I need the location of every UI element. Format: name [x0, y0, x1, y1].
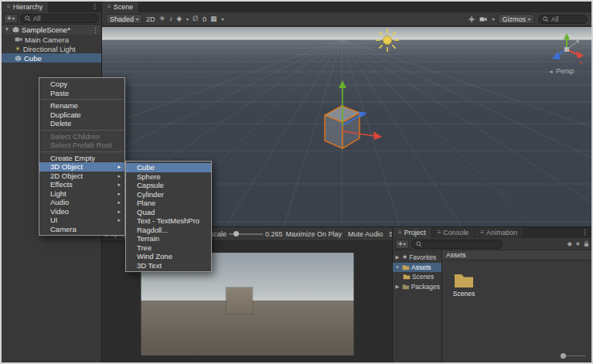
hierarchy-search-input[interactable]: All: [20, 14, 99, 23]
slider-thumb[interactable]: [233, 231, 239, 236]
lock-icon[interactable]: [584, 240, 589, 247]
menu-item-rename[interactable]: Rename: [39, 101, 124, 111]
menu-item-2d-object[interactable]: 2D Object▸: [39, 172, 124, 181]
menu-item-camera[interactable]: Camera: [39, 225, 124, 234]
hierarchy-context-menu: Copy Paste Rename Duplicate Delete Selec…: [39, 77, 125, 236]
create-button[interactable]: +▾: [4, 14, 18, 23]
tree-item-favorites[interactable]: ▶ ★ Favorites: [393, 253, 441, 263]
hierarchy-item-cube[interactable]: Cube: [2, 53, 101, 63]
submenu-item-quad[interactable]: Quad: [126, 208, 211, 217]
directional-light-gizmo-icon[interactable]: [374, 27, 400, 53]
tree-item-assets[interactable]: ▼ Assets: [393, 263, 441, 273]
menu-item-select-prefab-root: Select Prefab Root: [39, 141, 124, 150]
tab-scene[interactable]: ≡ Scene: [102, 2, 139, 12]
menu-item-ui[interactable]: UI▸: [39, 216, 124, 225]
menu-item-paste[interactable]: Paste: [39, 89, 124, 98]
selected-cube-object[interactable]: [307, 79, 392, 152]
menu-item-light[interactable]: Light▸: [39, 189, 124, 199]
asset-tile-scenes[interactable]: Scenes: [446, 272, 482, 298]
item-label: Directional Light: [23, 45, 76, 53]
hierarchy-scene-row[interactable]: ▼ SampleScene* ⋮: [2, 25, 101, 35]
submenu-item-wind-zone[interactable]: Wind Zone: [126, 252, 211, 261]
menu-item-3d-object[interactable]: 3D Object▸: [39, 162, 124, 172]
submenu-item-plane[interactable]: Plane: [126, 199, 211, 208]
project-folder-tree: ▶ ★ Favorites ▼ Assets Scenes ▶ Packages: [393, 250, 442, 363]
menu-item-label: Cylinder: [137, 190, 164, 199]
scene-orientation-gizmo[interactable]: x: [545, 31, 585, 66]
caret-down-icon[interactable]: ▾: [186, 16, 189, 22]
foldout-open-icon[interactable]: ▼: [394, 265, 400, 270]
caret-down-icon[interactable]: ▾: [221, 16, 223, 22]
menu-item-label: Effects: [50, 180, 73, 189]
scale-slider[interactable]: [229, 231, 263, 237]
scene-options-icon[interactable]: ⋮: [92, 26, 99, 34]
menu-item-audio[interactable]: Audio▸: [39, 198, 124, 207]
hierarchy-item-main-camera[interactable]: Main Camera: [2, 35, 101, 44]
search-by-type-icon[interactable]: ◆: [567, 240, 572, 247]
scene-lighting-toggle-icon[interactable]: ☀: [159, 15, 165, 22]
icon-size-slider[interactable]: [561, 352, 585, 359]
slider-thumb[interactable]: [561, 353, 566, 359]
mute-audio-button[interactable]: Mute Audio: [348, 230, 383, 238]
camera-settings-icon[interactable]: [479, 16, 487, 22]
submenu-item-ragdoll[interactable]: Ragdoll...: [126, 226, 211, 235]
menu-item-copy[interactable]: Copy: [39, 80, 124, 89]
submenu-item-capsule[interactable]: Capsule: [126, 181, 211, 190]
effects-dropdown-icon[interactable]: ◈: [176, 15, 182, 22]
gizmos-dropdown[interactable]: Gizmos ▾: [498, 14, 534, 24]
tab-animation[interactable]: ≡ Animation: [475, 227, 523, 238]
menu-item-delete[interactable]: Delete: [39, 119, 124, 128]
project-toolbar: +▾ ◆ ★: [393, 238, 591, 250]
2d-toggle[interactable]: 2D: [146, 15, 155, 23]
grid-settings-icon[interactable]: ▦: [210, 15, 217, 22]
menu-item-effects[interactable]: Effects▸: [39, 180, 124, 189]
caret-down-icon[interactable]: ▾: [492, 16, 494, 22]
hierarchy-item-directional-light[interactable]: ☀ Directional Light: [2, 44, 101, 53]
search-scope-label: All: [33, 15, 40, 22]
tab-console[interactable]: ≡ Console: [432, 227, 475, 238]
tree-item-packages[interactable]: ▶ Packages: [393, 282, 441, 292]
caret-down-icon: ▾: [136, 16, 138, 22]
folder-icon: [402, 284, 410, 290]
submenu-item-cube[interactable]: Cube: [126, 163, 211, 172]
hidden-objects-icon[interactable]: ∅: [193, 15, 199, 22]
foldout-closed-icon[interactable]: ▶: [394, 284, 400, 290]
folder-icon: [402, 264, 410, 270]
foldout-open-icon[interactable]: ▼: [4, 27, 10, 32]
shading-mode-dropdown[interactable]: Shaded ▾: [106, 14, 142, 24]
tab-hierarchy[interactable]: ≡ Hierarchy: [2, 2, 49, 12]
project-body: ▶ ★ Favorites ▼ Assets Scenes ▶ Packages: [393, 250, 591, 363]
axis-x-label: x: [579, 59, 582, 66]
submenu-item-sphere[interactable]: Sphere: [126, 172, 211, 182]
project-search-input[interactable]: [411, 240, 503, 249]
tree-item-scenes[interactable]: Scenes: [393, 272, 441, 282]
submenu-item-terrain[interactable]: Terrain: [126, 234, 211, 243]
menu-item-duplicate[interactable]: Duplicate: [39, 111, 124, 120]
submenu-item-text-textmeshpro[interactable]: Text - TextMeshPro: [126, 216, 211, 226]
breadcrumb: Assets: [442, 250, 591, 260]
search-scope-label: All: [551, 15, 558, 23]
create-asset-button[interactable]: +▾: [395, 240, 409, 249]
foldout-closed-icon[interactable]: ▶: [394, 255, 400, 260]
panel-menu-icon[interactable]: ⋮: [578, 227, 591, 238]
menu-item-label: Audio: [50, 198, 69, 206]
scene-audio-toggle-icon[interactable]: ♪: [169, 15, 173, 22]
perspective-indicator[interactable]: ◄ Persp: [548, 67, 574, 75]
submenu-item-cylinder[interactable]: Cylinder: [126, 190, 211, 199]
star-icon: ★: [402, 254, 407, 260]
submenu-item-3d-text[interactable]: 3D Text: [126, 261, 211, 270]
scene-search-input[interactable]: All: [538, 15, 588, 24]
menu-item-video[interactable]: Video▸: [39, 207, 124, 216]
caret-down-icon: ▾: [528, 16, 530, 22]
maximize-on-play-button[interactable]: Maximize On Play: [286, 230, 343, 238]
favorite-search-icon[interactable]: ★: [575, 240, 581, 247]
item-label: Main Camera: [25, 36, 69, 44]
menu-item-create-empty[interactable]: Create Empty: [39, 154, 124, 163]
hierarchy-toolbar: +▾ All: [2, 12, 101, 25]
tab-project[interactable]: ≡ Project: [393, 227, 432, 238]
move-tool-icon[interactable]: [468, 15, 475, 23]
submenu-item-tree[interactable]: Tree: [126, 243, 211, 253]
caret-down-icon: ▾: [12, 16, 15, 21]
submenu-arrow-icon: ▸: [118, 191, 121, 196]
panel-menu-icon[interactable]: ⋮: [88, 2, 101, 12]
